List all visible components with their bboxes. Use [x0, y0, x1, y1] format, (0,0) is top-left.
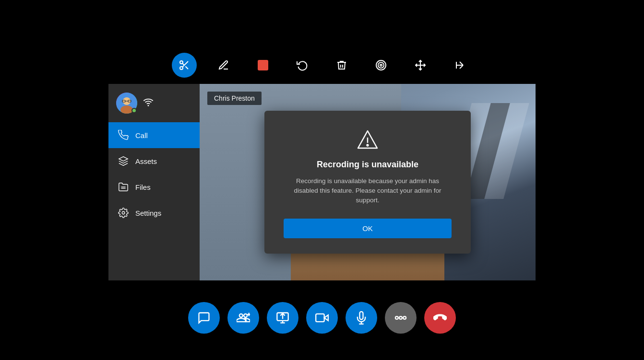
- sidebar-item-files[interactable]: Files: [108, 174, 200, 200]
- avatar-status-online: [131, 108, 137, 113]
- svg-point-38: [395, 316, 398, 319]
- sidebar-item-call[interactable]: Call: [108, 122, 200, 148]
- dialog-ok-button[interactable]: OK: [284, 219, 452, 238]
- dialog-title: Recroding is unavailable: [284, 160, 452, 170]
- sidebar-user: [108, 84, 200, 122]
- delete-button[interactable]: [329, 53, 354, 78]
- svg-point-1: [180, 67, 183, 70]
- select-tool-button[interactable]: [172, 53, 197, 78]
- svg-line-4: [182, 63, 184, 65]
- video-area: Chris Preston Recroding is unavailable R…: [200, 84, 536, 280]
- dialog-overlay: Recroding is unavailable Recording is un…: [200, 84, 536, 280]
- record-button[interactable]: [250, 53, 275, 78]
- sidebar-call-label: Call: [135, 131, 148, 139]
- svg-marker-33: [324, 315, 328, 321]
- sidebar-nav: Call Assets Files: [108, 122, 200, 280]
- dialog-message: Recording is unavailable because your ad…: [284, 176, 452, 206]
- sidebar-settings-label: Settings: [135, 209, 161, 217]
- svg-point-39: [403, 316, 406, 319]
- add-person-button[interactable]: [227, 302, 259, 334]
- svg-rect-34: [316, 314, 324, 322]
- svg-point-7: [380, 64, 382, 66]
- mute-button[interactable]: [346, 302, 377, 334]
- move-button[interactable]: [408, 53, 433, 78]
- sidebar: Call Assets Files: [108, 84, 200, 280]
- recording-unavailable-dialog: Recroding is unavailable Recording is un…: [264, 111, 471, 254]
- wifi-icon: [143, 97, 154, 110]
- svg-point-6: [378, 62, 384, 68]
- undo-button[interactable]: [290, 53, 315, 78]
- video-toggle-button[interactable]: [306, 302, 338, 334]
- screen-share-button[interactable]: [267, 302, 298, 334]
- main-area: Call Assets Files: [108, 84, 536, 280]
- avatar: [116, 93, 137, 114]
- warning-icon: [284, 128, 452, 151]
- svg-point-26: [367, 144, 369, 146]
- chat-button[interactable]: [188, 302, 220, 334]
- target-button[interactable]: [369, 53, 394, 78]
- end-call-button[interactable]: [424, 302, 456, 334]
- more-options-button[interactable]: [385, 302, 417, 334]
- svg-point-0: [180, 61, 183, 64]
- svg-point-23: [122, 211, 125, 214]
- pen-tool-button[interactable]: [211, 53, 236, 78]
- svg-line-11: [460, 62, 463, 65]
- svg-line-3: [185, 66, 188, 69]
- pin-button[interactable]: [447, 53, 472, 78]
- sidebar-item-assets[interactable]: Assets: [108, 148, 200, 174]
- sidebar-files-label: Files: [135, 183, 151, 191]
- svg-line-12: [460, 65, 463, 69]
- top-toolbar: [172, 53, 472, 78]
- sidebar-item-settings[interactable]: Settings: [108, 200, 200, 226]
- sidebar-assets-label: Assets: [135, 157, 157, 165]
- svg-point-37: [399, 316, 402, 319]
- bottom-call-controls: [188, 302, 456, 334]
